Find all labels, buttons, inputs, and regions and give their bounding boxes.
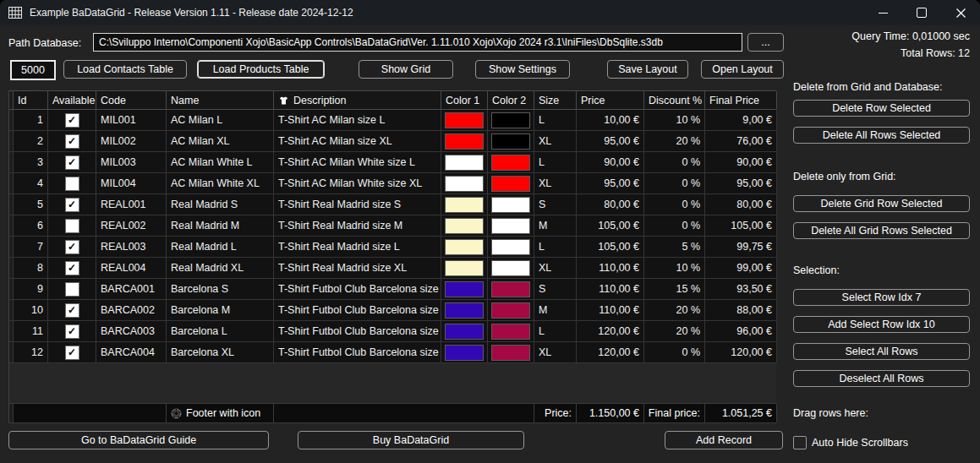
color-swatch[interactable] <box>491 133 530 150</box>
column-header-available[interactable]: Available <box>48 91 96 109</box>
footer-price-total: 1.150,00 € <box>577 404 644 422</box>
checkbox-checked[interactable]: ✓ <box>65 134 79 149</box>
color-swatch[interactable] <box>445 176 484 192</box>
color-swatch[interactable] <box>491 176 530 192</box>
cell-id: 11 <box>14 321 48 341</box>
cell-price: 110,00 € <box>577 279 644 299</box>
color-swatch[interactable] <box>445 281 484 297</box>
close-button[interactable] <box>941 0 980 25</box>
cell-code: BARCA003 <box>96 321 167 341</box>
table-row[interactable]: 5✓REAL001Real Madrid ST-Shirt Real Madri… <box>9 194 776 215</box>
color-swatch[interactable] <box>491 155 530 171</box>
column-header-color-2[interactable]: Color 2 <box>488 91 534 109</box>
checkbox-checked[interactable]: ✓ <box>65 240 79 254</box>
color-swatch[interactable] <box>445 302 484 319</box>
column-header-price[interactable]: Price <box>577 91 644 109</box>
table-row[interactable]: 6REAL002Real Madrid MT-Shirt Real Madrid… <box>9 215 776 237</box>
minimize-button[interactable] <box>863 0 902 25</box>
color-swatch[interactable] <box>445 345 484 361</box>
checkbox-checked[interactable]: ✓ <box>65 155 79 170</box>
footer-empty-cell <box>274 404 534 422</box>
cell-description: T-Shirt Futbol Club Barcelona size ... <box>274 342 441 362</box>
cell-id: 7 <box>14 237 48 257</box>
cell-id: 2 <box>14 131 48 151</box>
cell-available <box>48 173 96 193</box>
color-swatch[interactable] <box>491 112 530 128</box>
color-swatch[interactable] <box>445 133 484 150</box>
goto-guide-button[interactable]: Go to BaDataGrid Guide <box>8 431 269 449</box>
column-header-discount-[interactable]: Discount % <box>644 91 705 109</box>
buy-button[interactable]: Buy BaDataGrid <box>298 431 524 449</box>
select-row-idx7-button[interactable]: Select Row Idx 7 <box>793 289 970 306</box>
color-swatch[interactable] <box>445 218 484 234</box>
color-swatch[interactable] <box>445 260 484 276</box>
checkbox-checked[interactable]: ✓ <box>65 261 79 275</box>
checkbox-checked[interactable]: ✓ <box>65 113 79 128</box>
auto-hide-scrollbars-checkbox[interactable] <box>793 436 807 449</box>
delete-all-grid-rows-selected-button[interactable]: Delete All Grid Rows Selected <box>793 222 970 239</box>
checkbox-checked[interactable]: ✓ <box>65 303 79 318</box>
table-row[interactable]: 2✓MIL002AC Milan XLT-Shirt AC Milan size… <box>9 131 776 152</box>
select-all-rows-button[interactable]: Select All Rows <box>793 343 970 360</box>
table-row[interactable]: 11✓BARCA003Barcelona LT-Shirt Futbol Clu… <box>9 321 776 342</box>
table-row[interactable]: 4MIL004AC Milan White XLT-Shirt AC Milan… <box>9 173 776 194</box>
color-swatch[interactable] <box>445 239 484 255</box>
color-swatch[interactable] <box>491 260 530 276</box>
save-layout-button[interactable]: Save Layout <box>607 60 688 79</box>
total-rows-label: Total Rows: 12 <box>901 47 970 59</box>
delete-row-selected-button[interactable]: Delete Row Selected <box>793 100 970 117</box>
checkbox-unchecked[interactable] <box>65 177 79 191</box>
checkbox-unchecked[interactable] <box>65 219 79 233</box>
add-select-row-idx10-button[interactable]: Add Select Row Idx 10 <box>793 316 970 333</box>
color-swatch[interactable] <box>491 197 530 213</box>
checkbox-checked[interactable]: ✓ <box>65 324 79 339</box>
table-row[interactable]: 12✓BARCA004Barcelona XLT-Shirt Futbol Cl… <box>9 342 776 363</box>
cell-discount: 0 % <box>644 215 705 236</box>
color-swatch[interactable] <box>445 112 484 128</box>
column-header-final-price[interactable]: Final Price <box>705 91 777 109</box>
color-swatch[interactable] <box>491 302 530 319</box>
column-header-code[interactable]: Code <box>96 91 167 109</box>
color-swatch[interactable] <box>491 239 530 255</box>
column-header-id[interactable]: Id <box>14 91 48 109</box>
column-header-name[interactable]: Name <box>167 91 274 109</box>
table-row[interactable]: 8✓REAL004Real Madrid XLT-Shirt Real Madr… <box>9 258 776 279</box>
cell-description: T-Shirt Real Madrid size L <box>274 237 441 257</box>
color-swatch[interactable] <box>445 155 484 171</box>
browse-button[interactable]: ... <box>747 33 784 52</box>
delete-grid-row-selected-button[interactable]: Delete Grid Row Selected <box>793 195 970 212</box>
data-grid[interactable]: IdAvailableCodeNameDescriptionColor 1Col… <box>8 90 776 423</box>
checkbox-checked[interactable]: ✓ <box>65 346 79 360</box>
column-header-label: Color 2 <box>492 95 526 106</box>
color-swatch[interactable] <box>491 345 530 361</box>
grid-empty-area[interactable] <box>9 363 776 403</box>
color-swatch[interactable] <box>491 324 530 340</box>
cell-color1 <box>441 110 488 130</box>
delete-all-rows-selected-button[interactable]: Delete All Rows Selected <box>793 127 970 144</box>
table-row[interactable]: 9BARCA001Barcelona ST-Shirt Futbol Club … <box>9 279 776 300</box>
color-swatch[interactable] <box>491 218 530 234</box>
maximize-button[interactable] <box>902 0 941 25</box>
column-header-description[interactable]: Description <box>274 91 441 109</box>
color-swatch[interactable] <box>491 281 530 297</box>
open-layout-button[interactable]: Open Layout <box>701 60 784 79</box>
show-settings-button[interactable]: Show Settings <box>475 60 570 79</box>
path-database-input[interactable] <box>93 33 742 52</box>
table-row[interactable]: 10✓BARCA002Barcelona MT-Shirt Futbol Clu… <box>9 300 776 321</box>
checkbox-checked[interactable]: ✓ <box>65 198 79 212</box>
load-contacts-button[interactable]: Load Contacts Table <box>63 60 187 79</box>
show-grid-button[interactable]: Show Grid <box>359 60 453 79</box>
load-products-button[interactable]: Load Products Table <box>197 60 325 79</box>
add-record-button[interactable]: Add Record <box>665 431 783 449</box>
color-swatch[interactable] <box>445 197 484 213</box>
table-row[interactable]: 7✓REAL003Real Madrid LT-Shirt Real Madri… <box>9 237 776 258</box>
table-row[interactable]: 1✓MIL001AC Milan LT-Shirt AC Milan size … <box>9 110 776 131</box>
deselect-all-rows-button[interactable]: Deselect All Rows <box>793 370 970 387</box>
titlebar[interactable]: Example BaDataGrid - Release Version 1.1… <box>0 0 980 25</box>
checkbox-unchecked[interactable] <box>65 282 79 297</box>
column-header-size[interactable]: Size <box>534 91 577 109</box>
column-header-color-1[interactable]: Color 1 <box>441 91 488 109</box>
color-swatch[interactable] <box>445 324 484 340</box>
row-count-input[interactable] <box>10 60 56 80</box>
table-row[interactable]: 3✓MIL003AC Milan White LT-Shirt AC Milan… <box>9 152 776 173</box>
